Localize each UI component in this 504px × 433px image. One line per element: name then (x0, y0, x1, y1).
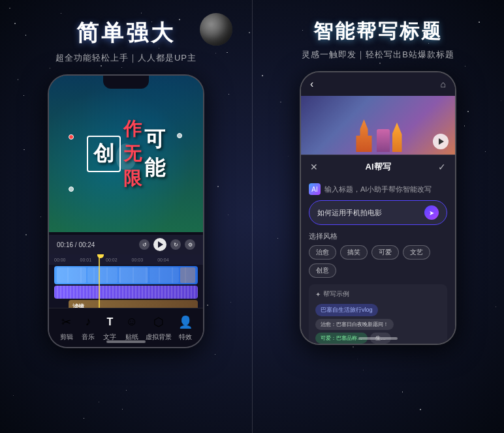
result-row-2: 治愈：巴塞日白夜晚新愿间！ 可爱：巴塞品称… 生… (315, 319, 441, 344)
ai-confirm-button[interactable]: ✓ (438, 162, 446, 172)
style-tag-creative[interactable]: 创意 (309, 263, 336, 278)
tower-shape (392, 123, 402, 152)
castle-shape (354, 119, 374, 152)
phone-home-indicator-right (358, 337, 398, 340)
ai-panel-header: ✕ AI帮写 ✓ (301, 155, 455, 178)
ai-content-area: AI 输入标题，AI小助手帮你智能改写 如何运用手机拍电影 ➤ 选择风格 治愈 … (301, 178, 455, 345)
ai-result-section: ✦ 帮写示例 巴塞自生活旅行vlog 治愈：巴塞日白夜晚新愿间！ 可爱：巴塞品称… (309, 284, 447, 345)
track-filter: 滤镜 (69, 300, 198, 308)
handle-bl (69, 187, 74, 192)
timeline-ruler: 00:00 00:01 00:02 00:03 00:04 (49, 254, 203, 265)
phone-home-indicator-left (106, 340, 146, 343)
char-unlimited: 作无限 (123, 117, 142, 191)
scissors-label: 剪辑 (60, 333, 73, 342)
tool-music[interactable]: ♪ 音乐 (80, 314, 96, 342)
track-audio (54, 286, 198, 299)
thumb-1 (57, 267, 86, 283)
ruler-tick-4: 00:04 (157, 258, 169, 262)
home-icon[interactable]: ⌂ (441, 79, 446, 89)
tool-text[interactable]: T 文字 (102, 314, 118, 342)
back-button[interactable]: ‹ (310, 78, 313, 90)
tool-effects[interactable]: 👤 特效 (178, 314, 193, 342)
left-panel: 简单强大 超全功能轻松上手｜人人都是UP主 创 作无限 可能 00:1 (0, 0, 252, 433)
right-title: 智能帮写标题 (313, 18, 443, 45)
play-triangle-small (439, 138, 444, 145)
music-icon: ♪ (80, 314, 96, 330)
left-title: 简单强大 (76, 18, 176, 48)
right-subtitle: 灵感一触即发｜轻松写出B站爆款标题 (302, 49, 454, 61)
style-tag-funny[interactable]: 搞笑 (340, 245, 368, 260)
sticker-icon: ☺ (124, 314, 140, 330)
scene-illustration (301, 109, 455, 155)
ai-input-row[interactable]: 如何运用手机拍电影 ➤ (309, 200, 447, 225)
rewind-icon[interactable]: ↺ (139, 239, 150, 250)
play-button[interactable] (153, 238, 166, 251)
forward-icon[interactable]: ↻ (170, 239, 181, 250)
ruler-tick-3: 00:03 (132, 258, 144, 262)
effects-tool-label: 特效 (179, 333, 192, 342)
handle-tr (177, 133, 182, 138)
style-tag-literary[interactable]: 文艺 (403, 245, 430, 260)
effects-tool-icon: 👤 (178, 314, 193, 330)
left-subtitle: 超全功能轻松上手｜人人都是UP主 (55, 52, 197, 64)
result-chip-1[interactable]: 巴塞自生活旅行vlog (315, 304, 378, 316)
result-header: ✦ 帮写示例 (315, 290, 441, 299)
phone-left-mockup: 创 作无限 可能 00:16 / 00:24 ↺ ↻ ⚙ (48, 74, 204, 348)
timeline-area: 00:00 00:01 00:02 00:03 00:04 (49, 254, 203, 308)
ai-panel-title: AI帮写 (366, 161, 391, 173)
ruler-tick-2: 00:02 (106, 258, 118, 262)
audio-waveform (54, 286, 198, 299)
char-create: 创 (93, 142, 114, 165)
scissors-icon: ✂ (59, 314, 74, 330)
video-preview: 创 作无限 可能 (49, 76, 203, 232)
result-icon: ✦ (315, 291, 321, 298)
filter-label: 滤镜 (72, 303, 84, 308)
tool-scissors[interactable]: ✂ 剪辑 (59, 314, 74, 342)
right-panel: 智能帮写标题 灵感一触即发｜轻松写出B站爆款标题 ‹ ⌂ ✕ AI帮写 ✓ (252, 0, 504, 433)
style-tag-healing[interactable]: 治愈 (309, 245, 336, 260)
time-display: 00:16 / 00:24 (57, 241, 95, 248)
ai-description-row: AI 输入标题，AI小助手帮你智能改写 (309, 183, 447, 195)
result-label: 帮写示例 (323, 290, 349, 299)
result-chips-area: 巴塞自生活旅行vlog (315, 304, 441, 316)
thumb-4 (150, 267, 179, 283)
planet-decoration (200, 13, 232, 46)
phone-notch (103, 76, 149, 89)
vbg-icon: ⬡ (151, 314, 166, 330)
playback-controls: ↺ ↻ ⚙ (139, 238, 195, 251)
playhead-line (99, 254, 100, 308)
thumb-2 (87, 267, 117, 283)
building-1 (377, 129, 390, 152)
phone-right-mockup: ‹ ⌂ ✕ AI帮写 ✓ AI 输入标 (300, 71, 456, 345)
settings-icon[interactable]: ⚙ (185, 239, 195, 250)
video-thumbnail (301, 96, 455, 155)
char-possible: 可能 (144, 125, 165, 183)
thumb-3 (119, 267, 148, 283)
play-triangle-icon (158, 241, 163, 248)
phone-right-topbar: ‹ ⌂ (301, 72, 455, 96)
ai-input-value: 如何运用手机拍电影 (317, 208, 382, 218)
ruler-tick-0: 00:00 (54, 258, 66, 262)
style-tags-container: 治愈 搞笑 可爱 文艺 创意 (309, 245, 447, 278)
ai-description-text: 输入标题，AI小助手帮你智能改写 (324, 185, 432, 194)
style-tag-cute[interactable]: 可爱 (371, 245, 399, 260)
handle-tl (69, 134, 74, 140)
ai-send-button[interactable]: ➤ (424, 205, 439, 220)
video-text-overlay: 创 作无限 可能 (87, 117, 165, 191)
ai-icon: AI (309, 183, 321, 195)
text-box-outline: 创 (87, 136, 121, 172)
ai-close-button[interactable]: ✕ (310, 162, 318, 172)
tool-vbg[interactable]: ⬡ 虚拟背景 (146, 314, 172, 342)
track-thumbnails (57, 267, 195, 283)
vbg-label: 虚拟背景 (146, 333, 172, 342)
result-chip-2a[interactable]: 治愈：巴塞日白夜晚新愿间！ (315, 319, 394, 330)
play-overlay[interactable] (433, 134, 449, 149)
text-icon: T (102, 314, 118, 330)
edit-controls-bar: 00:16 / 00:24 ↺ ↻ ⚙ (49, 235, 203, 254)
thumb-5 (180, 267, 195, 283)
style-section-label: 选择风格 (309, 231, 447, 241)
track-main-video: + (54, 266, 198, 284)
tool-sticker[interactable]: ☺ 贴纸 (124, 314, 140, 342)
ruler-tick-1: 00:01 (80, 258, 92, 262)
music-label: 音乐 (82, 333, 95, 342)
